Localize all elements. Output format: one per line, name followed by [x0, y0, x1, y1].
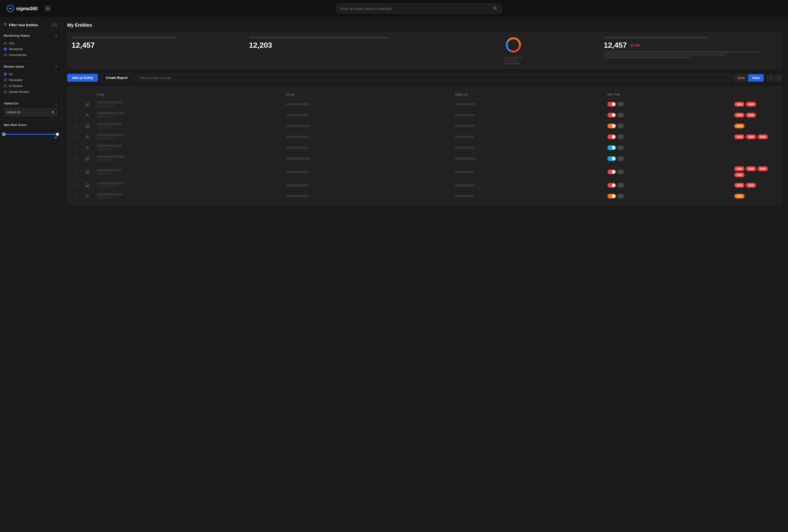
sidebar-collapse-btn[interactable]: ←	[51, 22, 57, 27]
filter-monitored[interactable]: Monitored	[4, 46, 57, 52]
monitoring-status-label: Monitoring Status	[4, 34, 30, 37]
group-bar	[286, 136, 309, 138]
toggle-track[interactable]	[607, 170, 616, 174]
risk-toggle[interactable]	[607, 102, 728, 106]
row-checkbox[interactable]	[75, 124, 78, 127]
next-arrow[interactable]: ›	[775, 74, 782, 81]
risk-toggle[interactable]	[607, 145, 728, 150]
filter-needs-review[interactable]: Needs Review	[4, 89, 57, 95]
stat1-label-bar	[72, 37, 176, 39]
group-bar	[286, 195, 309, 197]
stat4-bar1	[604, 51, 761, 53]
group-bar	[286, 114, 309, 116]
toggle-track[interactable]	[607, 156, 616, 161]
row-checkbox[interactable]	[75, 170, 78, 174]
row-checkbox[interactable]	[75, 157, 78, 160]
risk-toggle[interactable]	[607, 156, 728, 161]
col-entity[interactable]: Entity	[94, 90, 283, 99]
toggle-track[interactable]	[607, 194, 616, 198]
toggle-thumb	[612, 195, 615, 198]
group-bar	[286, 171, 309, 173]
add-entity-button[interactable]: Add an Entity	[67, 74, 98, 82]
global-search-input[interactable]	[340, 7, 490, 11]
entity-name-bar	[97, 101, 123, 103]
entity-name-bar	[97, 193, 123, 195]
col-added-on[interactable]: Added On	[451, 90, 604, 99]
col-max-risk[interactable]: Max Risk	[604, 90, 731, 99]
toggle-track[interactable]	[607, 145, 616, 150]
row-checkbox[interactable]	[75, 113, 78, 117]
added-on-date-btn[interactable]: Added On ▼	[4, 108, 57, 116]
building-icon	[85, 169, 90, 175]
review-status-header[interactable]: Review status ▼	[4, 65, 57, 68]
toggle-off	[617, 183, 624, 188]
row-checkbox[interactable]	[75, 135, 78, 138]
stat4-label-bar	[604, 37, 708, 39]
risk-score-label: Max Risk Score	[4, 123, 26, 127]
slider-track[interactable]	[4, 134, 57, 135]
view-table-btn[interactable]: Table	[748, 74, 764, 81]
san-badges: SAN SAN SAN SAN	[734, 166, 775, 177]
row-entity-cell	[94, 99, 283, 110]
toggle-track[interactable]	[607, 183, 616, 188]
added-on-chevron: ▲	[55, 102, 57, 105]
san-badges: SAN SAN	[734, 183, 775, 188]
toggle-track[interactable]	[607, 135, 616, 139]
toggle-track[interactable]	[607, 102, 616, 106]
hamburger-menu[interactable]	[44, 6, 51, 11]
stat2-label-bar	[249, 37, 388, 39]
filter-any[interactable]: Any	[4, 40, 57, 46]
toggle-track[interactable]	[607, 124, 616, 128]
row-checkbox[interactable]	[75, 146, 78, 150]
entities-table-container: Entity Group Added On Max Risk	[67, 86, 782, 205]
san-badge: SAN	[734, 183, 745, 188]
view-card-btn[interactable]: Card	[734, 74, 748, 81]
filter-icon	[4, 23, 7, 27]
toggle-track[interactable]	[607, 113, 616, 117]
global-search-bar	[336, 3, 501, 14]
create-report-button[interactable]: Create Report	[101, 74, 133, 82]
row-checkbox[interactable]	[75, 183, 78, 187]
monitoring-status-header[interactable]: Monitoring Status ▼	[4, 34, 57, 37]
filter-unmonitored[interactable]: Unmonitored	[4, 52, 57, 58]
table-row: SAN SAN SAN SAN	[71, 164, 778, 180]
stat-card-4: 12,457 ↑37.3%	[604, 37, 778, 64]
risk-toggle[interactable]	[607, 124, 728, 128]
table-row: SAN	[71, 191, 778, 202]
row-group-cell	[283, 99, 451, 110]
entity-name-bar	[97, 169, 121, 171]
filter-reviewed[interactable]: Reviewed	[4, 77, 57, 83]
prev-arrow[interactable]: ‹	[767, 74, 774, 81]
donut-chart	[505, 37, 521, 53]
added-on-bar	[454, 184, 475, 186]
row-risk-cell	[604, 99, 731, 110]
risk-toggle[interactable]	[607, 170, 728, 174]
added-on-header[interactable]: Added On ▲	[4, 102, 57, 105]
entity-group-filter-input[interactable]	[135, 74, 731, 82]
entity-name-bar	[97, 156, 125, 158]
risk-toggle[interactable]	[607, 113, 728, 117]
svg-rect-8	[86, 103, 89, 106]
filter-in-review[interactable]: In Review	[4, 83, 57, 89]
slider-thumb-left[interactable]	[2, 133, 5, 136]
donut-line-1	[504, 57, 523, 59]
entity-sub-bar	[97, 105, 116, 107]
risk-toggle[interactable]	[607, 183, 728, 188]
added-on-bar	[454, 146, 475, 149]
toggle-off	[617, 145, 624, 150]
table-row: SAN SAN	[71, 99, 778, 110]
row-checkbox[interactable]	[75, 194, 78, 198]
row-checkbox[interactable]	[75, 102, 78, 106]
table-row	[71, 142, 778, 153]
san-badge: SAN	[734, 124, 745, 128]
san-badge: SAN	[734, 102, 745, 106]
sidebar-section-review: Review status ▼ All Reviewed In Review N…	[0, 61, 61, 98]
col-group[interactable]: Group	[283, 90, 451, 99]
filter-all[interactable]: All	[4, 71, 57, 77]
toggle-thumb	[612, 146, 615, 150]
search-icon[interactable]	[493, 6, 497, 11]
risk-toggle[interactable]	[607, 135, 728, 139]
view-toggle: Card Table	[733, 74, 764, 82]
risk-toggle[interactable]	[607, 194, 728, 198]
slider-thumb-right[interactable]	[56, 133, 59, 136]
